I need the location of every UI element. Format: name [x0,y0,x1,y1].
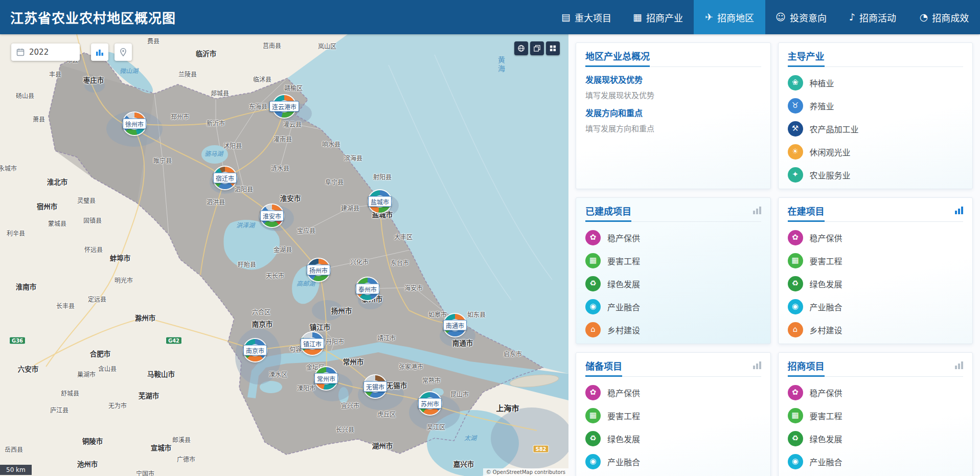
house-icon: ⌂ [788,322,803,337]
city-marker-nanjing[interactable]: 南京市 [244,339,266,361]
card-header: 地区产业总概况 [585,49,761,67]
main: 费县临沂市莒南县岚山区兰陵县临沭县郯城县枣庄市东海县赣榆区丰县沛县砀山县萧县永城… [0,34,980,476]
city-marker-wuxi[interactable]: 无锡市 [364,375,386,398]
marker-label: 南通市 [443,320,467,331]
city-marker-huaian[interactable]: 淮安市 [261,205,283,227]
list-item-rural-build: ⌂乡村建设 [585,318,761,341]
supply-icon: ✿ [585,230,601,245]
list-item-industry-fusion: ◉产业融合 [585,295,761,318]
list-item-breeding: ♉养殖业 [788,94,964,117]
mini-bar-chart-icon[interactable] [955,206,963,214]
marker-label: 盐城市 [368,196,392,207]
mini-bar-chart-icon[interactable] [955,361,963,369]
chart-pie-icon: ◔ [920,12,928,22]
earth-icon [517,44,525,52]
city-marker-yancheng[interactable]: 盐城市 [369,190,391,213]
bar-chart-icon [95,48,104,57]
plant-icon: ❀ [788,75,803,90]
engineering-icon: ▦ [788,253,803,268]
item-label: 稳产保供 [607,387,640,399]
list-item-key-project: ▦要害工程 [585,249,761,272]
list-item-industry-fusion: ◉产业融合 [585,450,761,473]
city-marker-suzhou[interactable]: 苏州市 [419,392,441,415]
nav-tab-major-projects[interactable]: ▤重大项目 [551,0,622,34]
mini-bar-chart-icon[interactable] [753,206,761,214]
list-item-green-dev: ♻绿色发展 [585,272,761,295]
person-icon: ☺ [776,12,786,22]
list-item-green-dev: ♻绿色发展 [585,427,761,450]
list-item-key-project: ▦要害工程 [585,404,761,427]
processing-icon: ⚒ [788,121,803,137]
card-completed: 已建成项目✿稳产保供▦要害工程♻绿色发展◉产业融合⌂乡村建设 [576,197,771,344]
recycle-icon: ♻ [585,276,601,291]
item-label: 种植业 [810,77,834,89]
livestock-icon: ♉ [788,98,803,114]
city-marker-xuzhou[interactable]: 徐州市 [123,112,146,135]
nav-tab-label: 重大项目 [575,11,611,24]
section-placeholder: 填写发展现状及优势 [585,89,761,100]
engineering-icon: ▦ [788,408,803,423]
list-item-processing: ⚒农产品加工业 [788,117,964,140]
app-header: 江苏省农业农村地区概况图 ▤重大项目▦招商产业✈招商地区☺投资意向♪招商活动◔招… [0,0,980,34]
marker-label: 苏州市 [418,398,442,409]
engineering-icon: ▦ [585,408,601,423]
list-item-key-project: ▦要害工程 [788,249,964,272]
card-title: 主导产业 [788,49,825,66]
list-item-green-dev: ♻绿色发展 [788,427,964,450]
nav-tab-activity[interactable]: ♪招商活动 [837,0,908,34]
sun-icon: ☀ [788,144,803,160]
list-item-service: ✦农业服务业 [788,163,964,186]
year-selector[interactable]: 2022 [11,43,80,61]
item-label: 稳产保供 [810,232,842,244]
item-label: 休闲观光业 [810,146,851,158]
grid-button[interactable] [546,41,560,55]
list-item-rural-build: ⌂乡村建设 [585,473,761,476]
supply-icon: ✿ [788,230,803,245]
map[interactable]: 费县临沂市莒南县岚山区兰陵县临沭县郯城县枣庄市东海县赣榆区丰县沛县砀山县萧县永城… [0,34,568,476]
city-marker-zhenjiang[interactable]: 镇江市 [301,332,324,355]
card-header: 已建成项目 [585,204,761,222]
city-marker-yangzhou[interactable]: 扬州市 [307,259,330,281]
nav-tab-industry[interactable]: ▦招商产业 [622,0,694,34]
scale-bar: 50 km [0,465,32,475]
nav-tab-intention[interactable]: ☺投资意向 [765,0,837,34]
supply-icon: ✿ [585,385,601,400]
card-header: 招商项目 [788,359,964,377]
nav-tab-label: 投资意向 [790,11,827,24]
mini-bar-chart-icon[interactable] [753,361,761,369]
nav-tab-region[interactable]: ✈招商地区 [694,0,765,34]
list-item-leisure: ☀休闲观光业 [788,140,964,163]
city-marker-suqian[interactable]: 宿迁市 [214,167,236,189]
marker-label: 淮安市 [260,211,284,221]
list-item-rural-build: ⌂乡村建设 [788,318,964,341]
marker-label: 徐州市 [123,119,146,129]
fusion-icon: ◉ [585,299,601,314]
marker-label: 无锡市 [363,381,387,392]
card-reserve: 储备项目✿稳产保供▦要害工程♻绿色发展◉产业融合⌂乡村建设 [576,352,771,476]
chart-toggle-button[interactable] [91,43,108,61]
card-building: 在建项目✿稳产保供▦要害工程♻绿色发展◉产业融合⌂乡村建设 [778,197,973,344]
card-leading-industry: 主导产业❀种植业♉养殖业⚒农产品加工业☀休闲观光业✦农业服务业 [778,42,973,189]
supply-icon: ✿ [788,385,803,400]
layers-button[interactable] [530,41,544,55]
factory-icon: ▦ [633,12,642,22]
calendar-icon [16,48,25,56]
nav-tab-achievement[interactable]: ◔招商成效 [908,0,980,34]
card-title: 地区产业总概况 [585,49,650,66]
megaphone-icon: ♪ [849,12,855,22]
location-button[interactable] [115,43,132,61]
card-header: 主导产业 [788,49,964,67]
recycle-icon: ♻ [585,431,601,446]
city-marker-changzhou[interactable]: 常州市 [315,367,337,390]
grid-icon [549,44,557,52]
city-marker-taizhou[interactable]: 泰州市 [356,278,379,300]
layers-icon [533,44,541,52]
city-marker-lianyungang[interactable]: 连云港市 [273,95,295,118]
item-label: 养殖业 [810,100,834,112]
city-marker-nantong[interactable]: 南通市 [444,314,466,336]
item-label: 稳产保供 [810,387,842,399]
nav-tab-label: 招商活动 [859,11,896,24]
item-label: 要害工程 [810,410,842,422]
basemap-button[interactable] [514,41,528,55]
item-label: 农产品加工业 [810,123,859,135]
